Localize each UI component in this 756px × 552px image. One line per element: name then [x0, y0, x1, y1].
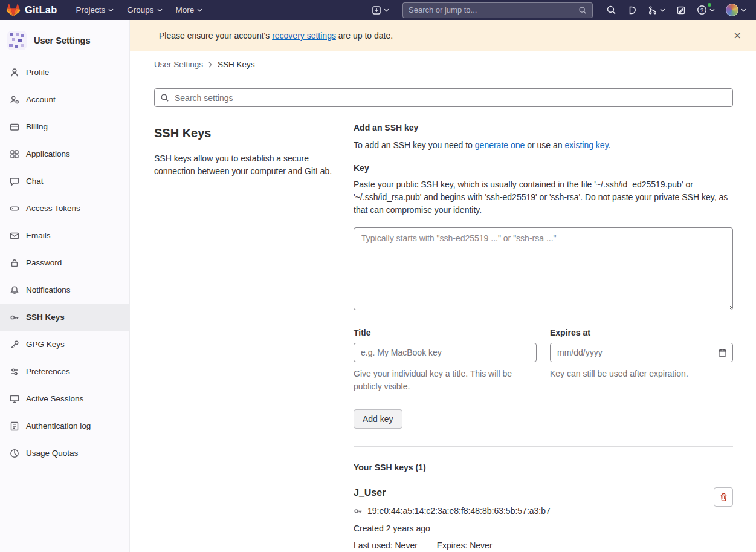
- user-menu-dropdown[interactable]: [722, 1, 750, 19]
- form-intro: To add an SSH key you need to generate o…: [354, 140, 733, 150]
- sidebar-item-label: Chat: [26, 177, 44, 186]
- settings-search: [154, 88, 733, 107]
- search-icon: [160, 93, 169, 102]
- chevron-right-icon: [208, 62, 212, 68]
- ssh-key-textarea[interactable]: [354, 227, 733, 310]
- title-field-label: Title: [354, 328, 537, 337]
- sidebar-item-authentication-log[interactable]: Authentication log: [0, 412, 129, 440]
- intro-text: or use an: [525, 140, 564, 150]
- navbar-menu: Projects Groups More: [70, 2, 208, 18]
- issues-button[interactable]: [624, 3, 641, 18]
- sidebar-item-password[interactable]: Password: [0, 249, 129, 276]
- nav-groups-label: Groups: [127, 5, 153, 15]
- profile-icon: [10, 68, 19, 77]
- breadcrumb: User Settings SSH Keys: [154, 51, 733, 76]
- gitlab-home-link[interactable]: GitLab: [6, 3, 57, 17]
- sidebar-item-label: Emails: [26, 231, 51, 240]
- authentication-log-icon: [10, 421, 19, 431]
- merge-requests-dropdown[interactable]: [644, 3, 669, 18]
- applications-icon: [10, 149, 19, 159]
- breadcrumb-user-settings[interactable]: User Settings: [154, 60, 203, 69]
- sidebar-item-ssh-keys[interactable]: SSH Keys: [0, 304, 129, 331]
- chevron-down-icon: [197, 8, 202, 12]
- help-dropdown[interactable]: ?: [693, 2, 719, 18]
- your-ssh-keys-heading: Your SSH keys (1): [354, 463, 733, 472]
- sidebar-item-usage-quotas[interactable]: Usage Quotas: [0, 440, 129, 467]
- help-icon: ?: [697, 5, 707, 15]
- chevron-down-icon: [157, 8, 163, 12]
- todos-button[interactable]: [673, 3, 690, 18]
- top-navbar: GitLab Projects Groups More: [0, 0, 756, 20]
- preferences-icon: [10, 367, 19, 377]
- title-input[interactable]: [354, 343, 537, 362]
- key-field-help: Paste your public SSH key, which is usua…: [354, 178, 733, 216]
- sidebar-item-access-tokens[interactable]: Access Tokens: [0, 195, 129, 222]
- chevron-down-icon: [384, 8, 389, 12]
- trash-icon: [719, 493, 728, 502]
- sidebar-item-emails[interactable]: Emails: [0, 222, 129, 249]
- calendar-icon[interactable]: [718, 348, 727, 357]
- sidebar-item-chat[interactable]: Chat: [0, 167, 129, 195]
- sidebar-title: User Settings: [34, 36, 90, 45]
- chevron-down-icon: [108, 8, 114, 12]
- add-key-button[interactable]: Add key: [354, 409, 402, 429]
- billing-icon: [10, 122, 19, 132]
- section-divider: [354, 446, 733, 447]
- sidebar-item-label: Billing: [26, 122, 48, 131]
- delete-key-button[interactable]: [714, 487, 733, 507]
- ssh-key-list-item: J_User 19:e0:44:a5:14:c2:3a:e8:f8:48:8b:…: [354, 487, 733, 550]
- alert-text: Please ensure your account's recovery se…: [159, 31, 393, 41]
- sidebar-item-label: Account: [26, 95, 56, 104]
- sidebar-item-gpg-keys[interactable]: GPG Keys: [0, 331, 129, 358]
- todos-icon: [676, 5, 686, 15]
- alert-close-button[interactable]: ×: [729, 31, 746, 41]
- main-content: Please ensure your account's recovery se…: [130, 20, 756, 552]
- expires-at-input[interactable]: [550, 343, 733, 362]
- chevron-down-icon: [660, 8, 665, 12]
- global-search-input[interactable]: [409, 5, 578, 15]
- new-menu-dropdown[interactable]: [368, 3, 393, 18]
- nav-projects-label: Projects: [76, 5, 105, 15]
- sidebar-item-account[interactable]: Account: [0, 86, 129, 113]
- existing-key-link[interactable]: existing key: [565, 140, 609, 150]
- recovery-settings-alert: Please ensure your account's recovery se…: [130, 20, 756, 51]
- generate-one-link[interactable]: generate one: [475, 140, 525, 150]
- expires-field-label: Expires at: [550, 328, 733, 337]
- alert-text-before: Please ensure your account's: [159, 31, 272, 41]
- section-description: SSH Keys SSH keys allow you to establish…: [154, 122, 335, 178]
- notifications-icon: [10, 285, 19, 295]
- account-icon: [10, 95, 19, 105]
- nav-projects-dropdown[interactable]: Projects: [70, 2, 119, 18]
- intro-text: .: [609, 140, 611, 150]
- add-ssh-key-heading: Add an SSH key: [354, 123, 733, 132]
- chevron-down-icon: [741, 8, 746, 12]
- expires-field-help: Key can still be used after expiration.: [550, 368, 733, 380]
- sidebar-item-profile[interactable]: Profile: [0, 59, 129, 86]
- sidebar-item-preferences[interactable]: Preferences: [0, 358, 129, 385]
- search-icon: [606, 5, 616, 15]
- alert-text-after: are up to date.: [336, 31, 393, 41]
- ssh-key-info: J_User 19:e0:44:a5:14:c2:3a:e8:f8:48:8b:…: [354, 487, 714, 550]
- ssh-key-form-column: Add an SSH key To add an SSH key you nee…: [354, 122, 733, 550]
- user-avatar: [726, 4, 738, 16]
- sidebar-item-label: Notifications: [26, 285, 71, 294]
- sidebar-item-notifications[interactable]: Notifications: [0, 276, 129, 304]
- recovery-settings-link[interactable]: recovery settings: [272, 31, 336, 41]
- settings-search-input[interactable]: [154, 88, 733, 107]
- usage-quotas-icon: [10, 449, 19, 458]
- sidebar-item-active-sessions[interactable]: Active Sessions: [0, 385, 129, 412]
- ssh-key-created: Created 2 years ago: [354, 524, 714, 533]
- sidebar-item-label: Preferences: [26, 367, 70, 376]
- breadcrumb-ssh-keys: SSH Keys: [218, 60, 255, 69]
- nav-groups-dropdown[interactable]: Groups: [121, 2, 167, 18]
- sidebar-item-applications[interactable]: Applications: [0, 140, 129, 167]
- nav-more-dropdown[interactable]: More: [170, 2, 208, 18]
- ssh-keys-icon: [10, 313, 19, 322]
- sidebar-item-label: GPG Keys: [26, 340, 65, 349]
- plus-square-icon: [372, 5, 381, 15]
- search-icon: [578, 6, 587, 15]
- access-tokens-icon: [10, 204, 19, 213]
- search-button[interactable]: [603, 2, 620, 18]
- settings-sidebar: User Settings Profile Account Billing Ap…: [0, 20, 130, 552]
- sidebar-item-billing[interactable]: Billing: [0, 113, 129, 140]
